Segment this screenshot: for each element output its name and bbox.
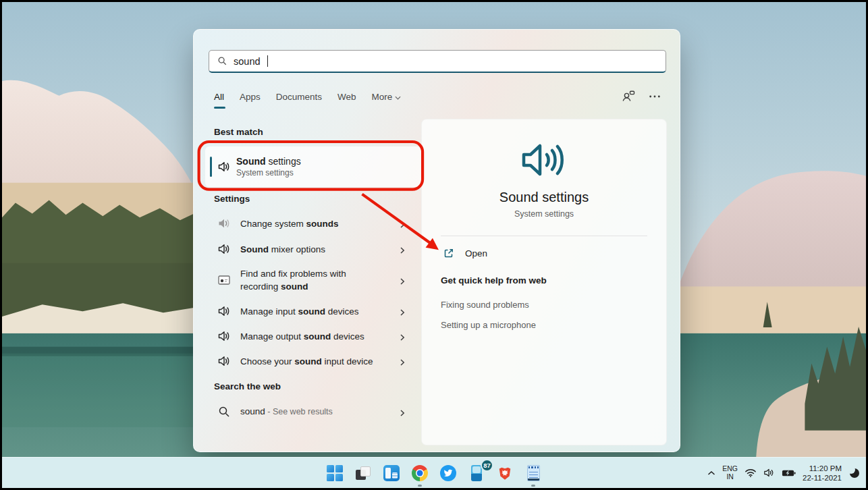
taskbar-icons: 87 — [326, 464, 542, 482]
text-caret — [267, 55, 269, 67]
taskbar-notepad-icon[interactable] — [524, 464, 542, 482]
preview-pane: Sound settings System settings Open Get … — [421, 119, 667, 445]
taskbar: 87 ENGIN — [2, 457, 866, 488]
settings-item-label: Manage output sound devices — [240, 330, 364, 343]
preview-subtitle: System settings — [422, 209, 666, 219]
chevron-right-icon — [398, 408, 406, 416]
speaker-icon — [217, 329, 231, 343]
best-match-header: Best match — [214, 127, 263, 137]
taskbar-brave-icon[interactable] — [496, 464, 514, 482]
web-result-item[interactable]: sound - See web results — [217, 404, 413, 420]
settings-item-label: Change system sounds — [240, 217, 339, 230]
screenshot-frame: sound AllAppsDocumentsWebMore — [0, 0, 868, 490]
tray-chevron-up-icon[interactable] — [707, 470, 715, 476]
tab-documents[interactable]: Documents — [276, 92, 322, 102]
chevron-right-icon — [398, 357, 406, 365]
best-match-item[interactable]: Sound settings System settings — [205, 146, 423, 187]
settings-section-header: Settings — [214, 194, 250, 204]
moon-icon[interactable] — [850, 468, 859, 478]
settings-item[interactable]: Choose your sound input device — [217, 353, 413, 369]
troubleshoot-icon — [217, 273, 231, 287]
taskbar-widgets-icon[interactable] — [383, 464, 400, 482]
settings-item-label: Find and fix problems with recording sou… — [240, 267, 372, 293]
quick-help-header: Get quick help from web — [441, 275, 547, 285]
search-filter-tabs: AllAppsDocumentsWebMore — [214, 92, 401, 102]
chevron-right-icon — [398, 307, 406, 315]
help-link[interactable]: Fixing sound problems — [441, 300, 529, 310]
search-icon — [217, 56, 227, 66]
tab-all[interactable]: All — [214, 92, 224, 102]
settings-item[interactable]: Change system sounds — [217, 215, 413, 232]
chevron-right-icon — [398, 219, 406, 227]
open-external-icon — [443, 248, 454, 258]
wifi-icon[interactable] — [744, 468, 757, 478]
taskbar-chrome-icon[interactable] — [411, 464, 429, 482]
open-action[interactable]: Open — [443, 248, 487, 258]
preview-title: Sound settings — [422, 190, 666, 205]
tab-more[interactable]: More — [372, 92, 402, 102]
speaker-icon — [217, 160, 231, 173]
taskbar-task-view-icon[interactable] — [354, 464, 372, 482]
account-icon[interactable] — [621, 89, 636, 104]
tab-apps[interactable]: Apps — [240, 92, 261, 102]
taskbar-your-phone-icon[interactable]: 87 — [468, 464, 485, 482]
running-indicator — [418, 485, 422, 487]
settings-item-label: Manage input sound devices — [240, 305, 359, 318]
search-input[interactable]: sound — [209, 50, 666, 73]
volume-icon[interactable] — [763, 468, 775, 478]
chevron-right-icon — [398, 332, 406, 340]
sound-settings-icon — [422, 138, 666, 182]
settings-item[interactable]: Find and fix problems with recording sou… — [217, 265, 413, 295]
language-indicator[interactable]: ENGIN — [722, 465, 738, 481]
open-label: Open — [465, 248, 487, 258]
search-flyout: sound AllAppsDocumentsWebMore — [193, 29, 680, 452]
battery-charging-icon[interactable] — [782, 469, 796, 477]
chevron-down-icon — [395, 92, 401, 102]
settings-item[interactable]: Sound mixer options — [217, 241, 413, 257]
system-tray: ENGIN — [707, 458, 859, 488]
tab-web[interactable]: Web — [337, 92, 356, 102]
web-result-label: sound - See web results — [240, 405, 333, 418]
best-match-title: Sound settings — [236, 156, 301, 167]
taskbar-twitter-icon[interactable] — [439, 464, 457, 482]
speaker-icon — [217, 242, 231, 256]
settings-item[interactable]: Manage output sound devices — [217, 328, 413, 344]
speaker-icon — [217, 354, 231, 368]
speaker-icon — [217, 304, 231, 318]
settings-item[interactable]: Manage input sound devices — [217, 303, 413, 319]
speaker-gray-icon — [217, 217, 231, 230]
divider — [441, 236, 647, 236]
running-indicator — [531, 485, 535, 487]
clock[interactable]: 11:20 PM22-11-2021 — [803, 464, 842, 483]
taskbar-start-icon[interactable] — [326, 464, 344, 482]
search-icon — [217, 405, 231, 418]
settings-item-label: Sound mixer options — [240, 243, 325, 256]
selection-accent-bar — [210, 157, 212, 177]
best-match-subtitle: System settings — [236, 168, 301, 178]
search-web-header: Search the web — [214, 381, 281, 391]
chevron-right-icon — [398, 276, 406, 284]
chevron-right-icon — [398, 245, 406, 253]
more-options-icon[interactable] — [649, 94, 661, 99]
help-link[interactable]: Setting up a microphone — [441, 320, 536, 330]
active-tab-underline — [214, 107, 225, 109]
search-query-text: sound — [234, 56, 261, 67]
phone-battery-badge: 87 — [481, 459, 493, 472]
settings-item-label: Choose your sound input device — [240, 355, 373, 368]
